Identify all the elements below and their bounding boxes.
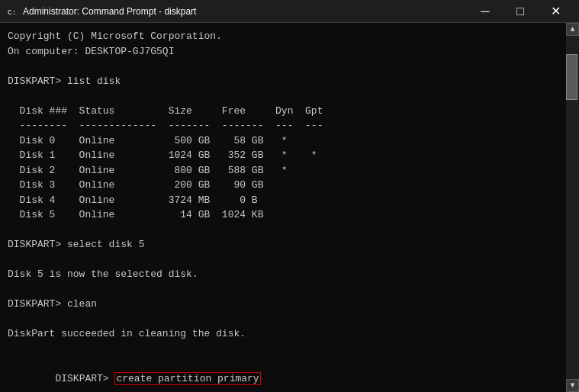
line-blank7 <box>8 342 558 357</box>
maximize-button[interactable]: □ <box>503 0 538 23</box>
line-computer: On computer: DESKTOP-GJ7G5QI <box>8 44 558 59</box>
window: C: Administrator: Command Prompt - diskp… <box>0 0 579 392</box>
line-sep: -------- ------------- ------- ------- -… <box>8 118 558 133</box>
window-controls: ─ □ ✕ <box>468 0 573 23</box>
line-disk2: Disk 2 Online 800 GB 588 GB * <box>8 163 558 178</box>
create-partition-highlighted: create partition primary <box>114 372 260 385</box>
window-title: Administrator: Command Prompt - diskpart <box>23 6 468 17</box>
scroll-up-arrow[interactable]: ▲ <box>566 23 579 36</box>
line-disk4: Disk 4 Online 3724 MB 0 B <box>8 193 558 208</box>
line-disk0: Disk 0 Online 500 GB 58 GB * <box>8 133 558 149</box>
line-clean-msg: DiskPart succeeded in cleaning the disk. <box>8 326 558 342</box>
line-select-msg: Disk 5 is now the selected disk. <box>8 267 558 282</box>
line-cmd-select: DISKPART> select disk 5 <box>8 237 558 252</box>
line-cmd-clean: DISKPART> clean <box>8 297 558 312</box>
content-area: Copyright (C) Microsoft Corporation. On … <box>0 23 579 392</box>
line-cmd-create: DISKPART> create partition primary <box>8 356 558 392</box>
create-prompt: DISKPART> <box>55 373 114 384</box>
line-blank5 <box>8 282 558 297</box>
line-blank3 <box>8 223 558 238</box>
line-blank1 <box>8 59 558 74</box>
terminal-output[interactable]: Copyright (C) Microsoft Corporation. On … <box>0 23 566 392</box>
scrollbar-thumb[interactable] <box>566 54 577 100</box>
line-header: Disk ### Status Size Free Dyn Gpt <box>8 104 558 119</box>
line-blank6 <box>8 312 558 327</box>
scroll-down-arrow[interactable]: ▼ <box>566 379 579 392</box>
cmd-icon: C: <box>6 5 18 18</box>
line-blank2 <box>8 88 558 104</box>
close-button[interactable]: ✕ <box>538 0 573 23</box>
line-disk1: Disk 1 Online 1024 GB 352 GB * * <box>8 148 558 163</box>
line-disk3: Disk 3 Online 200 GB 90 GB <box>8 178 558 193</box>
line-disk5: Disk 5 Online 14 GB 1024 KB <box>8 207 558 223</box>
title-bar: C: Administrator: Command Prompt - diskp… <box>0 0 579 23</box>
svg-text:C:: C: <box>8 8 17 17</box>
scrollbar[interactable]: ▲ ▼ <box>566 23 579 392</box>
line-cmd-list: DISKPART> list disk <box>8 74 558 89</box>
line-blank4 <box>8 252 558 268</box>
line-copyright: Copyright (C) Microsoft Corporation. <box>8 29 558 44</box>
minimize-button[interactable]: ─ <box>468 0 503 23</box>
